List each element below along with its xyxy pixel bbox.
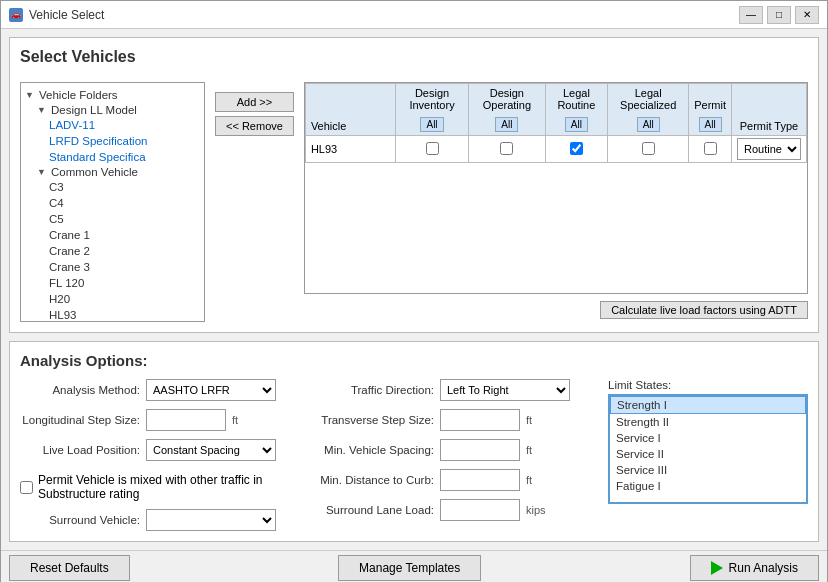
check-legal-routine[interactable] — [570, 142, 583, 155]
col-legal-routine-top: Legal Routine — [545, 84, 608, 115]
tree-item-c5[interactable]: C5 — [49, 211, 200, 227]
table-row: HL93 Routine Special — [305, 136, 806, 163]
tree-design-group[interactable]: ▼ Design LL Model — [37, 103, 200, 117]
tree-design-arrow[interactable]: ▼ — [37, 105, 49, 115]
reset-defaults-button[interactable]: Reset Defaults — [9, 555, 130, 581]
check-design-op[interactable] — [500, 142, 513, 155]
run-analysis-button[interactable]: Run Analysis — [690, 555, 819, 581]
long-step-row: Longitudinal Step Size: 1 ft — [20, 409, 294, 431]
transverse-input[interactable]: 1 — [440, 409, 520, 431]
tree-root-label: Vehicle Folders — [39, 89, 118, 101]
min-vehicle-row: Min. Vehicle Spacing: 10 ft — [314, 439, 588, 461]
min-vehicle-label: Min. Vehicle Spacing: — [314, 444, 434, 456]
ls-item-service2[interactable]: Service II — [610, 446, 806, 462]
cell-design-op[interactable] — [469, 136, 545, 163]
analysis-options-title: Analysis Options: — [20, 352, 808, 369]
permit-checkbox-row: Permit Vehicle is mixed with other traff… — [20, 473, 294, 501]
analysis-options-section: Analysis Options: Analysis Method: AASHT… — [9, 341, 819, 542]
options-grid: Analysis Method: AASHTO LRFR Longitudina… — [20, 379, 808, 531]
all-legal-spec[interactable]: All — [637, 117, 660, 132]
long-step-unit: ft — [232, 414, 238, 426]
tree-item-lrfd[interactable]: LRFD Specification — [49, 133, 200, 149]
permit-type-select[interactable]: Routine Special — [737, 138, 801, 160]
tree-common-children: C3 C4 C5 Crane 1 Crane 2 Crane 3 FL 120 … — [37, 179, 200, 322]
ls-item-service1[interactable]: Service I — [610, 430, 806, 446]
close-button[interactable]: ✕ — [795, 6, 819, 24]
min-distance-label: Min. Distance to Curb: — [314, 474, 434, 486]
tree-item-hl93[interactable]: HL93 — [49, 307, 200, 322]
cell-permit-type[interactable]: Routine Special — [731, 136, 806, 163]
main-content: Select Vehicles ▼ Vehicle Folders ▼ Desi… — [1, 29, 827, 550]
limit-states-list[interactable]: Strength I Strength II Service I Service… — [608, 394, 808, 504]
col-permit-top: Permit — [689, 84, 732, 115]
tree-common-arrow[interactable]: ▼ — [37, 167, 49, 177]
long-step-label: Longitudinal Step Size: — [20, 414, 140, 426]
min-vehicle-unit: ft — [526, 444, 532, 456]
ls-item-fatigue1[interactable]: Fatigue I — [610, 478, 806, 494]
col-legal-routine-all: All — [545, 114, 608, 136]
top-inner: ▼ Vehicle Folders ▼ Design LL Model LADV… — [20, 82, 808, 322]
tree-item-fl120[interactable]: FL 120 — [49, 275, 200, 291]
cell-permit[interactable] — [689, 136, 732, 163]
ls-item-strength1[interactable]: Strength I — [610, 396, 806, 414]
tree-item-crane3[interactable]: Crane 3 — [49, 259, 200, 275]
method-row: Analysis Method: AASHTO LRFR — [20, 379, 294, 401]
remove-button[interactable]: << Remove — [215, 116, 294, 136]
tree-root-arrow[interactable]: ▼ — [25, 90, 37, 100]
col-design-op-all: All — [469, 114, 545, 136]
manage-templates-button[interactable]: Manage Templates — [338, 555, 481, 581]
vehicle-tree[interactable]: ▼ Vehicle Folders ▼ Design LL Model LADV… — [20, 82, 205, 322]
run-triangle-icon — [711, 561, 723, 575]
tree-root[interactable]: ▼ Vehicle Folders — [25, 87, 200, 103]
permit-checkbox[interactable] — [20, 481, 33, 494]
cell-vehicle-name: HL93 — [305, 136, 395, 163]
ls-item-service3[interactable]: Service III — [610, 462, 806, 478]
tree-item-crane2[interactable]: Crane 2 — [49, 243, 200, 259]
traffic-dir-select[interactable]: Left To Right — [440, 379, 570, 401]
check-design-inv[interactable] — [426, 142, 439, 155]
options-left: Analysis Method: AASHTO LRFR Longitudina… — [20, 379, 294, 531]
tree-item-h20[interactable]: H20 — [49, 291, 200, 307]
col-permit-type: Permit Type — [731, 84, 806, 136]
tree-item-c4[interactable]: C4 — [49, 195, 200, 211]
min-distance-row: Min. Distance to Curb: 2 ft — [314, 469, 588, 491]
live-load-select[interactable]: Constant Spacing — [146, 439, 276, 461]
cell-design-inv[interactable] — [395, 136, 468, 163]
cell-legal-spec[interactable] — [608, 136, 689, 163]
surround-lane-unit: kips — [526, 504, 546, 516]
long-step-input[interactable]: 1 — [146, 409, 226, 431]
vehicle-grid[interactable]: Vehicle Design Inventory Design Operatin… — [304, 82, 808, 294]
minimize-button[interactable]: — — [739, 6, 763, 24]
tree-item-standard[interactable]: Standard Specifica — [49, 149, 200, 165]
add-button[interactable]: Add >> — [215, 92, 294, 112]
method-select[interactable]: AASHTO LRFR — [146, 379, 276, 401]
surround-lane-input[interactable]: 0 — [440, 499, 520, 521]
tree-common-group[interactable]: ▼ Common Vehicle — [37, 165, 200, 179]
options-middle: Traffic Direction: Left To Right Transve… — [314, 379, 588, 531]
transverse-row: Transverse Step Size: 1 ft — [314, 409, 588, 431]
min-distance-input[interactable]: 2 — [440, 469, 520, 491]
cell-legal-routine[interactable] — [545, 136, 608, 163]
check-legal-spec[interactable] — [642, 142, 655, 155]
tree-item-crane1[interactable]: Crane 1 — [49, 227, 200, 243]
all-design-inv[interactable]: All — [420, 117, 443, 132]
maximize-button[interactable]: □ — [767, 6, 791, 24]
check-permit[interactable] — [704, 142, 717, 155]
all-permit[interactable]: All — [699, 117, 722, 132]
ls-item-strength2[interactable]: Strength II — [610, 414, 806, 430]
all-legal-routine[interactable]: All — [565, 117, 588, 132]
transverse-label: Transverse Step Size: — [314, 414, 434, 426]
surround-select[interactable] — [146, 509, 276, 531]
all-design-op[interactable]: All — [495, 117, 518, 132]
tree-item-ladv[interactable]: LADV-11 — [49, 117, 200, 133]
surround-lane-label: Surround Lane Load: — [314, 504, 434, 516]
min-vehicle-input[interactable]: 10 — [440, 439, 520, 461]
adtt-button[interactable]: Calculate live load factors using ADTT — [600, 301, 808, 319]
tree-item-c3[interactable]: C3 — [49, 179, 200, 195]
limit-states-label: Limit States: — [608, 379, 808, 391]
adtt-row: Calculate live load factors using ADTT — [304, 298, 808, 322]
surround-label: Surround Vehicle: — [20, 514, 140, 526]
permit-checkbox-label: Permit Vehicle is mixed with other traff… — [38, 473, 294, 501]
window-title: Vehicle Select — [29, 8, 104, 22]
select-vehicles-section: Select Vehicles ▼ Vehicle Folders ▼ Desi… — [9, 37, 819, 333]
